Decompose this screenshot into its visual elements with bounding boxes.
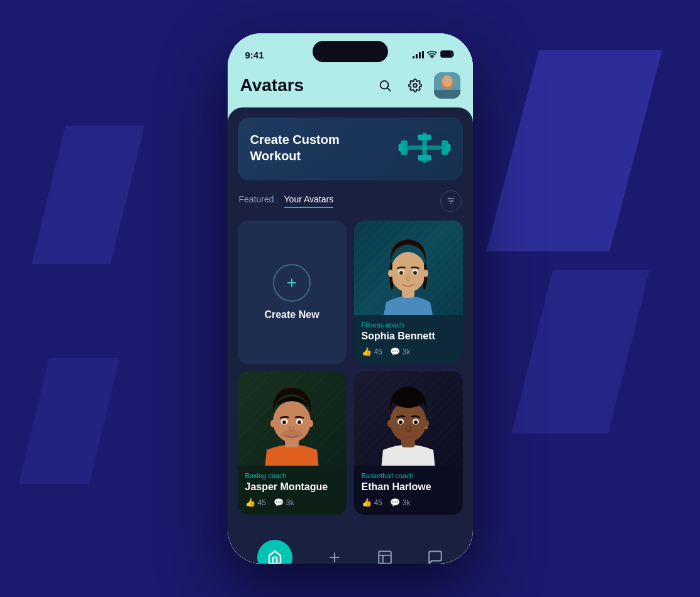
battery-icon [440, 50, 455, 60]
comment-icon-2: 💬 [274, 498, 284, 507]
filter-button[interactable] [440, 190, 462, 212]
sophia-card[interactable]: Fitness coach Sophia Bennett 👍 45 💬 3k [354, 221, 463, 364]
tabs-row: Featured Your Avatars [238, 190, 463, 212]
svg-point-38 [270, 420, 275, 427]
tab-featured[interactable]: Featured [239, 194, 274, 208]
svg-point-0 [431, 57, 433, 57]
status-time: 9:41 [245, 50, 264, 60]
dynamic-island [313, 41, 388, 62]
avatar-grid-top: + Create New [238, 221, 463, 364]
ethan-avatar-image [374, 371, 443, 466]
nav-home-button[interactable] [257, 540, 292, 564]
filter-icon [446, 196, 456, 206]
jasper-comments: 💬 3k [274, 498, 294, 507]
user-avatar-button[interactable] [434, 72, 460, 99]
ethan-info: Basketball coach Ethan Harlowe 👍 45 💬 3k [354, 466, 463, 515]
sophia-role: Fitness coach [362, 321, 455, 329]
jasper-info: Boxing coach Jasper Montague 👍 45 💬 3k [238, 466, 347, 515]
create-plus-icon: + [273, 264, 311, 302]
bg-decoration-4 [19, 358, 119, 484]
sophia-avatar-image [374, 221, 443, 315]
sophia-info: Fitness coach Sophia Bennett 👍 45 💬 3k [354, 315, 463, 364]
nav-messages-button[interactable] [427, 549, 443, 564]
svg-rect-13 [446, 144, 450, 152]
sophia-comments: 💬 3k [390, 347, 411, 356]
settings-icon [408, 79, 422, 92]
svg-point-8 [442, 75, 452, 87]
svg-line-4 [387, 88, 391, 91]
add-icon [326, 549, 343, 564]
svg-point-47 [387, 420, 392, 427]
svg-point-5 [413, 84, 417, 87]
home-icon [267, 550, 282, 564]
bottom-nav [228, 532, 473, 564]
comment-icon-3: 💬 [390, 498, 400, 507]
comment-icon: 💬 [390, 347, 400, 356]
jasper-avatar-image [257, 371, 326, 466]
svg-point-49 [425, 427, 428, 429]
page-title: Avatars [240, 75, 304, 96]
main-content: Create Custom Workout [228, 107, 473, 532]
tabs: Featured Your Avatars [239, 194, 334, 208]
bg-decoration-1 [486, 50, 662, 251]
nav-library-button[interactable] [377, 549, 393, 564]
ethan-name: Ethan Harlowe [362, 481, 455, 493]
ethan-likes: 👍 45 [362, 498, 382, 507]
ethan-card[interactable]: Basketball coach Ethan Harlowe 👍 45 💬 3k [354, 371, 463, 515]
jasper-card[interactable]: Boxing coach Jasper Montague 👍 45 💬 3k [238, 371, 347, 515]
ethan-comments: 💬 3k [390, 498, 411, 507]
svg-point-36 [297, 420, 301, 424]
svg-point-42 [392, 390, 424, 408]
svg-rect-17 [418, 155, 431, 161]
ethan-image-area [354, 371, 463, 466]
svg-point-37 [281, 430, 303, 438]
header-actions [374, 72, 460, 99]
workout-banner-text: Create Custom Workout [250, 131, 370, 164]
bg-decoration-3 [31, 126, 145, 264]
sophia-likes: 👍 45 [362, 347, 382, 356]
like-icon: 👍 [362, 347, 372, 356]
svg-point-22 [452, 200, 453, 202]
phone-screen: 9:41 [228, 33, 473, 564]
status-icons [413, 50, 455, 60]
status-bar: 9:41 [228, 33, 473, 67]
tab-your-avatars[interactable]: Your Avatars [284, 194, 334, 208]
wifi-icon [427, 50, 437, 60]
create-new-label: Create New [264, 309, 319, 320]
sophia-image-area [354, 221, 463, 315]
signal-icon [413, 51, 424, 58]
user-avatar-image [434, 72, 460, 99]
avatar-grid-bottom: Boxing coach Jasper Montague 👍 45 💬 3k [238, 371, 463, 515]
search-icon [378, 79, 392, 92]
jasper-image-area [238, 371, 347, 466]
ethan-role: Basketball coach [362, 472, 455, 479]
create-new-card[interactable]: + Create New [238, 221, 347, 364]
jasper-role: Boxing coach [245, 472, 339, 479]
sophia-name: Sophia Bennett [362, 331, 455, 342]
svg-point-46 [414, 420, 418, 424]
phone-frame: 9:41 [228, 33, 473, 564]
workout-banner[interactable]: Create Custom Workout [238, 118, 463, 180]
like-icon-2: 👍 [245, 498, 255, 507]
svg-point-29 [388, 270, 393, 277]
ethan-stats: 👍 45 💬 3k [362, 498, 455, 507]
svg-rect-52 [379, 551, 391, 564]
jasper-likes: 👍 45 [245, 498, 266, 507]
nav-add-button[interactable] [326, 549, 343, 564]
svg-point-27 [399, 271, 403, 275]
svg-rect-9 [434, 90, 460, 99]
svg-point-39 [308, 420, 313, 427]
svg-point-35 [282, 420, 286, 424]
bg-decoration-2 [511, 270, 650, 434]
svg-point-45 [399, 420, 403, 424]
library-icon [377, 549, 393, 564]
app-header: Avatars [228, 67, 473, 107]
jasper-name: Jasper Montague [245, 481, 339, 493]
svg-rect-2 [441, 51, 451, 57]
svg-rect-16 [418, 134, 431, 140]
svg-point-21 [448, 198, 450, 200]
settings-button[interactable] [404, 74, 426, 97]
sophia-stats: 👍 45 💬 3k [362, 347, 455, 356]
search-button[interactable] [374, 74, 396, 97]
jasper-stats: 👍 45 💬 3k [245, 498, 339, 507]
